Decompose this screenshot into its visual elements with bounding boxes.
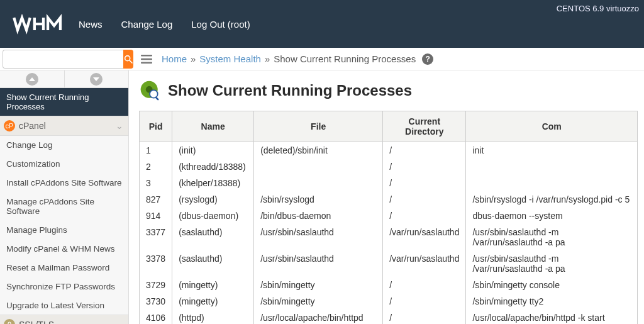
sidebar-item[interactable]: Synchronize FTP Passwords — [0, 277, 128, 296]
cell-pid: 3730 — [140, 293, 172, 310]
th-file[interactable]: File — [254, 111, 383, 142]
table-header-row: Pid Name File Current Directory Com — [140, 111, 638, 142]
cell-name: (saslauthd) — [172, 250, 254, 277]
table-row: 827(rsyslogd)/sbin/rsyslogd//sbin/rsyslo… — [140, 191, 638, 208]
cell-pid: 4106 — [140, 310, 172, 324]
table-row: 3(khelper/18388)/ — [140, 175, 638, 191]
cell-file: /sbin/rsyslogd — [254, 191, 383, 208]
svg-point-12 — [150, 90, 158, 98]
cell-name: (khelper/18388) — [172, 175, 254, 191]
sidebar-item[interactable]: Manage Plugins — [0, 220, 128, 239]
cell-name: (dbus-daemon) — [172, 208, 254, 224]
svg-rect-3 — [141, 58, 152, 59]
svg-line-1 — [130, 60, 132, 63]
cell-pid: 827 — [140, 191, 172, 208]
sidebar-item[interactable]: Modify cPanel & WHM News — [0, 239, 128, 258]
search-input[interactable] — [3, 50, 123, 69]
cell-cwd: /var/run/saslauthd — [383, 250, 466, 277]
breadcrumbs: Home » System Health » Show Current Runn… — [162, 53, 433, 65]
search-wrap — [3, 50, 131, 69]
cell-name: (init) — [172, 142, 254, 159]
th-command[interactable]: Com — [466, 111, 638, 142]
cell-pid: 3378 — [140, 250, 172, 277]
th-name[interactable]: Name — [172, 111, 254, 142]
whm-logo[interactable] — [11, 12, 65, 36]
cell-cmd: /usr/sbin/saslauthd -m /var/run/saslauth… — [466, 224, 638, 250]
chevron-up-icon — [26, 73, 38, 86]
chevron-down-icon: ⌄ — [116, 121, 123, 131]
nav-changelog[interactable]: Change Log — [121, 19, 173, 30]
top-nav: News Change Log Log Out (root) — [79, 19, 250, 30]
sidebar-item[interactable]: Change Log — [0, 136, 128, 154]
help-icon[interactable]: ? — [422, 53, 433, 65]
sidebar-active-item[interactable]: Show Current Running Processes — [0, 88, 128, 116]
chevron-down-icon: ⌄ — [116, 320, 123, 324]
cell-cmd: /usr/local/apache/bin/httpd -k start — [466, 310, 638, 324]
cell-file — [254, 159, 383, 175]
cell-pid: 1 — [140, 142, 172, 159]
cell-file: (deleted)/sbin/init — [254, 142, 383, 159]
cell-file: /usr/sbin/saslauthd — [254, 250, 383, 277]
cell-cmd: init — [466, 142, 638, 159]
sidebar-category-cpanel[interactable]: cP cPanel ⌄ — [0, 116, 128, 136]
page-title: Show Current Running Processes — [168, 82, 412, 99]
crumb-home[interactable]: Home — [162, 53, 187, 64]
cell-name: (saslauthd) — [172, 224, 254, 250]
crumb-current: Show Current Running Processes — [274, 53, 416, 64]
sidebar-item[interactable]: Manage cPAddons Site Software — [0, 192, 128, 220]
cell-cmd — [466, 159, 638, 175]
cell-pid: 914 — [140, 208, 172, 224]
table-row: 1(init)(deleted)/sbin/init/init — [140, 142, 638, 159]
sidebar-category-ssltls[interactable]: SSL/TLS ⌄ — [0, 315, 128, 324]
cell-cmd: /sbin/mingetty console — [466, 277, 638, 293]
os-label: CENTOS 6.9 virtuozzo — [557, 4, 639, 13]
process-table: Pid Name File Current Directory Com 1(in… — [139, 111, 638, 324]
lock-icon — [4, 319, 15, 324]
sidebar-item[interactable]: Customization — [0, 154, 128, 173]
search-icon — [123, 54, 133, 64]
cell-cwd: / — [383, 159, 466, 175]
top-header: CENTOS 6.9 virtuozzo News Change Log Log… — [0, 0, 644, 48]
cell-cwd: / — [383, 310, 466, 324]
th-cwd[interactable]: Current Directory — [383, 111, 466, 142]
sidebar: Show Current Running Processes cP cPanel… — [0, 70, 129, 324]
svg-rect-4 — [141, 62, 152, 63]
search-button[interactable] — [123, 50, 133, 69]
nav-logout[interactable]: Log Out (root) — [191, 19, 250, 30]
cell-cmd: /sbin/rsyslogd -i /var/run/syslogd.pid -… — [466, 191, 638, 208]
cell-file — [254, 175, 383, 191]
table-row: 914(dbus-daemon)/bin/dbus-daemon/dbus-da… — [140, 208, 638, 224]
cell-cwd: / — [383, 208, 466, 224]
th-pid[interactable]: Pid — [140, 111, 172, 142]
cell-cmd: /sbin/mingetty tty2 — [466, 293, 638, 310]
content: Show Current Running Processes Pid Name … — [129, 70, 644, 324]
cell-cmd: /usr/sbin/saslauthd -m /var/run/saslauth… — [466, 250, 638, 277]
crumb-category[interactable]: System Health — [199, 53, 261, 64]
table-row: 3730(mingetty)/sbin/mingetty//sbin/minge… — [140, 293, 638, 310]
svg-rect-11 — [142, 88, 145, 91]
cell-name: (rsyslogd) — [172, 191, 254, 208]
nav-news[interactable]: News — [79, 19, 103, 30]
cell-file: /sbin/mingetty — [254, 293, 383, 310]
gear-search-icon — [139, 79, 162, 102]
cell-cwd: / — [383, 293, 466, 310]
sidebar-item[interactable]: Upgrade to Latest Version — [0, 296, 128, 315]
cell-file: /bin/dbus-daemon — [254, 208, 383, 224]
page-title-row: Show Current Running Processes — [139, 79, 638, 102]
expand-all-button[interactable] — [65, 70, 129, 87]
cpanel-icon: cP — [4, 120, 15, 131]
cell-file: /usr/sbin/saslauthd — [254, 224, 383, 250]
cell-cwd: / — [383, 142, 466, 159]
table-row: 3377(saslauthd)/usr/sbin/saslauthd/var/r… — [140, 224, 638, 250]
cell-pid: 2 — [140, 159, 172, 175]
cell-file: /usr/local/apache/bin/httpd — [254, 310, 383, 324]
sidebar-item[interactable]: Reset a Mailman Password — [0, 258, 128, 277]
cell-cwd: / — [383, 191, 466, 208]
sidebar-item[interactable]: Install cPAddons Site Software — [0, 173, 128, 192]
menu-toggle[interactable] — [138, 50, 155, 68]
cell-name: (kthreadd/18388) — [172, 159, 254, 175]
cell-name: (mingetty) — [172, 293, 254, 310]
cell-cmd: dbus-daemon --system — [466, 208, 638, 224]
svg-rect-8 — [148, 82, 150, 86]
collapse-all-button[interactable] — [0, 70, 65, 87]
